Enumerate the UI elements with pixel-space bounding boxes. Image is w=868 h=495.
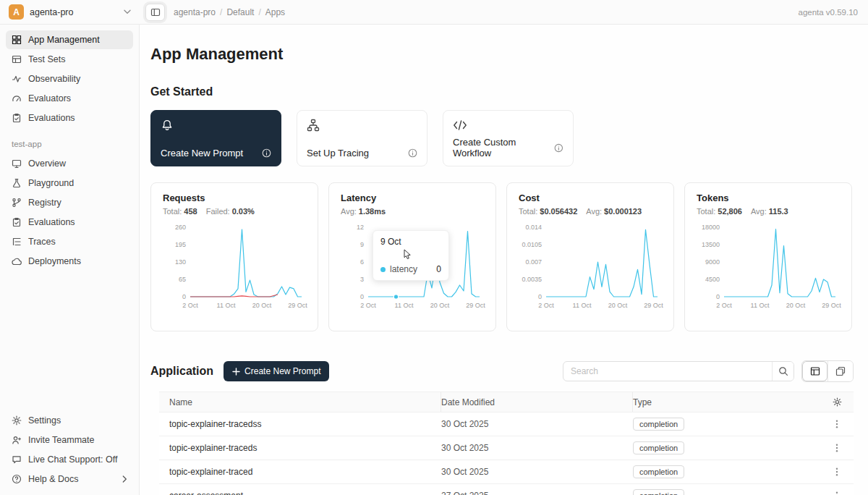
svg-text:11 Oct: 11 Oct	[751, 302, 770, 309]
sidebar-item-evaluators[interactable]: Evaluators	[6, 89, 133, 108]
sidebar-item-live-chat[interactable]: Live Chat Support: Off	[6, 450, 133, 469]
sidebar-item-settings[interactable]: Settings	[6, 411, 133, 430]
sidebar-spacer	[6, 271, 133, 411]
metric-card-requests: Requests Total:458 Failed:0.03% 06513019…	[150, 182, 318, 331]
sidebar-item-app-management[interactable]: App Management	[6, 30, 133, 49]
requests-chart[interactable]: 0651301952602 Oct11 Oct20 Oct29 Oct	[163, 221, 307, 313]
create-new-prompt-card[interactable]: Create New Prompt	[150, 110, 281, 166]
column-header-name[interactable]: Name	[159, 392, 441, 412]
svg-text:18000: 18000	[702, 224, 720, 231]
sidebar-item-label: Playground	[28, 178, 74, 188]
metric-card-tokens: Tokens Total:52,806 Avg:115.3 0450090001…	[684, 182, 852, 331]
svg-text:2 Oct: 2 Oct	[538, 302, 554, 309]
column-header-date-modified[interactable]: Date Modified	[441, 392, 633, 412]
application-header-row: Application Create New Prompt	[150, 360, 854, 382]
search-button[interactable]	[772, 362, 793, 381]
app-name: career-assessment	[159, 491, 441, 495]
workspace-switcher[interactable]: A agenta-pro	[0, 0, 140, 24]
sidebar-item-observability[interactable]: Observability	[6, 69, 133, 88]
svg-text:4500: 4500	[705, 276, 720, 283]
svg-text:0.007: 0.007	[525, 258, 542, 266]
search-input[interactable]	[563, 366, 772, 376]
app-date-modified: 27 Oct 2025	[441, 491, 633, 495]
svg-text:20 Oct: 20 Oct	[608, 302, 628, 309]
cost-chart[interactable]: 00.00350.0070.01050.0142 Oct11 Oct20 Oct…	[519, 221, 663, 313]
row-menu-button[interactable]	[829, 464, 845, 480]
svg-text:6: 6	[360, 258, 364, 266]
sidebar-item-label: Live Chat Support: Off	[28, 454, 117, 465]
card-view-button[interactable]	[827, 361, 853, 381]
code-icon	[453, 119, 563, 132]
monitor-icon	[12, 158, 22, 169]
requests-chart-area: 0651301952602 Oct11 Oct20 Oct29 Oct	[163, 221, 306, 313]
table-settings-button[interactable]	[831, 396, 843, 408]
get-started-heading: Get Started	[150, 85, 854, 98]
table-row[interactable]: topic-explainer-tracedss 30 Oct 2025 com…	[159, 412, 854, 436]
breadcrumb-item-workspace[interactable]: agenta-pro	[174, 7, 216, 17]
breadcrumb-item-project[interactable]: Default	[226, 7, 254, 17]
svg-text:11 Oct: 11 Oct	[217, 302, 236, 309]
row-menu-button[interactable]	[829, 440, 845, 456]
set-up-tracing-card[interactable]: Set Up Tracing	[297, 110, 427, 166]
table-row[interactable]: topic-explainer-traceds 30 Oct 2025 comp…	[159, 436, 854, 460]
sidebar-item-evaluations-app[interactable]: Evaluations	[6, 213, 133, 232]
table-row[interactable]: career-assessment 27 Oct 2025 completion	[159, 484, 854, 495]
sidebar-toggle-button[interactable]	[145, 4, 165, 21]
sidebar-toggle-icon	[150, 7, 161, 17]
svg-text:29 Oct: 29 Oct	[466, 302, 485, 309]
tokens-chart[interactable]: 04500900013500180002 Oct11 Oct20 Oct29 O…	[697, 221, 841, 313]
row-menu-button[interactable]	[829, 488, 845, 495]
svg-text:0: 0	[360, 293, 364, 300]
sidebar-item-playground[interactable]: Playground	[6, 174, 133, 192]
create-new-prompt-button[interactable]: Create New Prompt	[224, 361, 329, 381]
sidebar-item-deployments[interactable]: Deployments	[6, 252, 133, 271]
app-name: topic-explainer-tracedss	[159, 419, 441, 429]
kebab-icon	[832, 419, 842, 429]
info-icon[interactable]	[554, 143, 563, 153]
svg-text:0: 0	[716, 293, 720, 300]
tooltip-date: 9 Oct	[380, 237, 441, 247]
sidebar-item-label: Observability	[28, 74, 80, 84]
table-controls	[563, 360, 854, 382]
metric-card-cost: Cost Total:$0.056432 Avg:$0.000123 00.00…	[506, 182, 674, 331]
sidebar-item-registry[interactable]: Registry	[6, 193, 133, 212]
cost-chart-area: 00.00350.0070.01050.0142 Oct11 Oct20 Oct…	[519, 221, 662, 313]
breadcrumb-item-page[interactable]: Apps	[265, 7, 285, 17]
table-view-button[interactable]	[802, 361, 827, 381]
card-label: Create New Prompt	[161, 148, 243, 158]
svg-text:13500: 13500	[702, 241, 720, 248]
sidebar-item-invite-teammate[interactable]: Invite Teammate	[6, 431, 133, 449]
sidebar-item-test-sets[interactable]: Test Sets	[6, 50, 133, 69]
column-header-type[interactable]: Type	[633, 397, 820, 407]
type-badge: completion	[633, 418, 684, 431]
sidebar-item-label: App Management	[28, 35, 100, 45]
create-custom-workflow-card[interactable]: Create Custom Workflow	[443, 110, 574, 166]
metric-title: Tokens	[697, 192, 840, 203]
row-menu-button[interactable]	[829, 416, 845, 432]
metrics-row: Requests Total:458 Failed:0.03% 06513019…	[150, 182, 854, 331]
svg-text:2 Oct: 2 Oct	[716, 302, 732, 309]
svg-text:29 Oct: 29 Oct	[288, 302, 307, 309]
info-icon[interactable]	[262, 148, 271, 158]
sidebar-item-label: Evaluations	[28, 113, 75, 123]
sidebar: App Management Test Sets Observability E…	[0, 25, 140, 495]
sidebar-item-label: Deployments	[28, 256, 81, 266]
card-label: Set Up Tracing	[307, 148, 369, 158]
sidebar-item-overview[interactable]: Overview	[6, 154, 133, 173]
svg-text:0.014: 0.014	[525, 224, 542, 231]
tooltip-series-row: latency 0	[380, 264, 441, 274]
view-toggle	[801, 360, 854, 382]
search-icon	[778, 366, 788, 376]
gear-icon	[833, 397, 842, 407]
metric-stats: Total:$0.056432 Avg:$0.000123	[519, 207, 662, 216]
sidebar-item-help-docs[interactable]: Help & Docs	[6, 470, 133, 488]
sidebar-item-traces[interactable]: Traces	[6, 232, 133, 251]
app-name: topic-explainer-traced	[159, 467, 441, 477]
pulse-chart-icon	[12, 74, 22, 84]
info-icon[interactable]	[408, 148, 417, 158]
sidebar-item-evaluations[interactable]: Evaluations	[6, 109, 133, 127]
table-row[interactable]: topic-explainer-traced 30 Oct 2025 compl…	[159, 460, 854, 484]
svg-text:11 Oct: 11 Oct	[573, 302, 592, 309]
sidebar-section-label: test-app	[6, 128, 133, 154]
series-dot	[380, 267, 386, 272]
